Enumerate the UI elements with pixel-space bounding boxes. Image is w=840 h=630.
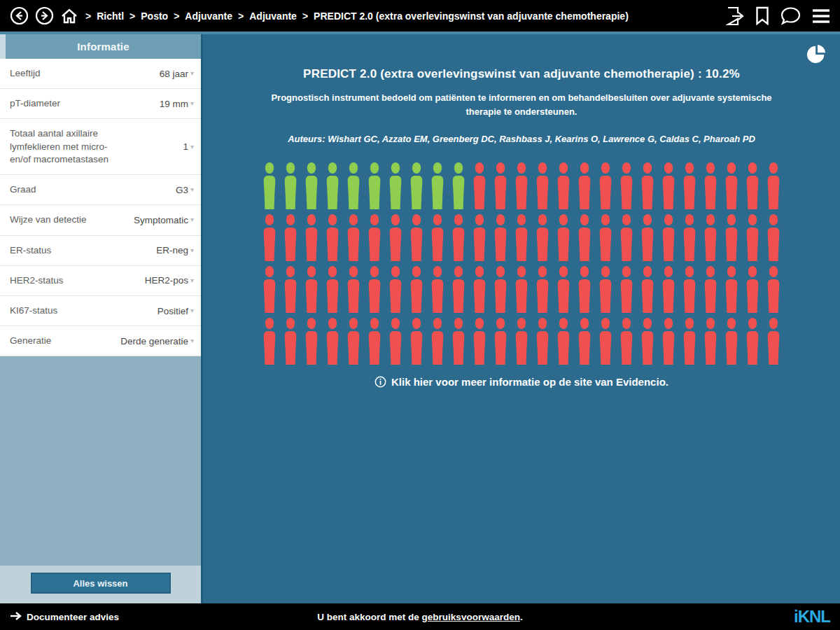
person-icon-red [703,318,718,365]
pictogram-grid [262,162,781,365]
person-icon-red [367,214,382,261]
person-icon-red [325,266,340,313]
terms-link[interactable]: gebruiksvoorwaarden [422,612,520,622]
breadcrumb-separator: > [174,10,179,22]
sidebar-header-wrap: Informatie [0,34,201,59]
breadcrumb-item[interactable]: Adjuvante [185,10,232,22]
person-icon-red [535,162,550,209]
person-icon-red [724,214,739,261]
forward-icon[interactable] [35,6,54,25]
document-advice-label: Documenteer advies [27,612,119,622]
person-icon-red [766,162,781,209]
breadcrumb-item[interactable]: Adjuvante [249,10,297,22]
person-icon-red [514,318,529,365]
field-value-dropdown[interactable]: Derde generatie▾ [120,336,194,346]
field-value-dropdown[interactable]: 68 jaar▾ [160,69,194,79]
sidebar-title: Informatie [6,34,201,59]
menu-icon[interactable] [812,8,830,24]
person-icon-red [514,162,529,209]
person-icon-red [640,214,655,261]
clear-all-button[interactable]: Alles wissen [31,573,171,594]
person-icon-red [661,162,676,209]
person-icon-red [598,318,613,365]
info-icon [374,376,386,388]
person-icon-red [262,214,277,261]
person-icon-red [430,266,445,313]
chevron-down-icon: ▾ [190,216,194,223]
person-icon-red [598,162,613,209]
person-icon-red [472,266,487,313]
home-icon[interactable] [60,7,78,25]
field-label: pT-diameter [10,97,60,110]
pictogram-row [262,214,781,261]
field-value-dropdown[interactable]: 19 mm▾ [160,99,194,109]
person-icon-red [724,318,739,365]
iknl-logo[interactable]: iKNL [794,608,830,625]
field-value-dropdown[interactable]: Symptomatic▾ [134,215,194,225]
breadcrumb-separator: > [85,10,91,22]
person-icon-red [745,318,760,365]
field-label: Generatie [10,335,51,347]
field-value-dropdown[interactable]: Positief▾ [158,306,194,316]
breadcrumb-item[interactable]: PREDICT 2.0 (extra overlevingswinst van … [314,10,629,22]
evidencio-info-link[interactable]: Klik hier voor meer informatie op de sit… [203,376,840,388]
field-value-dropdown[interactable]: HER2-pos▾ [145,275,194,286]
person-icon-red [703,214,718,261]
breadcrumb-item[interactable]: Posto [141,10,168,22]
pie-chart-icon[interactable] [806,44,827,68]
person-icon-red [514,266,529,313]
breadcrumb-item[interactable]: Richtl [97,10,124,22]
person-icon-red [325,318,340,365]
person-icon-red [682,162,697,209]
field-label: Graad [10,183,36,196]
field-row: GeneratieDerde generatie▾ [0,326,201,356]
person-icon-red [556,214,571,261]
field-row: Leeftijd68 jaar▾ [0,59,201,89]
person-icon-red [535,318,550,365]
person-icon-red [619,214,634,261]
person-icon-green [304,162,319,209]
person-icon-red [367,266,382,313]
page-title: PREDICT 2.0 (extra overlevingswinst van … [203,34,840,81]
page-subtitle: Prognostisch instrument bedoeld om patië… [266,91,777,118]
person-icon-red [598,266,613,313]
person-icon-green [346,162,361,209]
person-icon-red [451,214,466,261]
breadcrumb-separator: > [238,10,244,22]
sidebar-fill [0,356,201,566]
person-icon-red [472,214,487,261]
field-value-dropdown[interactable]: 1▾ [183,141,194,152]
person-icon-green [283,162,298,209]
person-icon-red [682,214,697,261]
person-icon-red [745,266,760,313]
bookmark-icon[interactable] [755,6,769,25]
field-value-dropdown[interactable]: G3▾ [176,185,194,195]
person-icon-red [703,162,718,209]
person-icon-green [325,162,340,209]
person-icon-red [577,162,592,209]
person-icon-red [535,214,550,261]
back-icon[interactable] [10,6,29,25]
person-icon-red [430,318,445,365]
person-icon-red [304,318,319,365]
person-icon-red [451,266,466,313]
person-icon-red [304,266,319,313]
comment-icon[interactable] [780,6,801,25]
person-icon-red [388,266,403,313]
breadcrumb: >Richtl>Posto>Adjuvante>Adjuvante>PREDIC… [85,10,719,22]
field-label: KI67-status [10,304,57,317]
field-label: Totaal aantal axillaire lymfeklieren met… [10,127,122,166]
person-icon-red [388,214,403,261]
person-icon-red [745,214,760,261]
field-value: 68 jaar [160,69,188,79]
person-icon-red [430,214,445,261]
field-value-dropdown[interactable]: ER-neg▾ [156,245,194,255]
person-icon-red [472,318,487,365]
document-advice-button[interactable]: Documenteer advies [10,611,119,623]
export-document-icon[interactable] [726,6,744,26]
field-row: GraadG3▾ [0,175,201,205]
chevron-down-icon: ▾ [190,144,194,150]
pictogram-row [262,266,781,313]
person-icon-green [409,162,424,209]
person-icon-red [304,214,319,261]
